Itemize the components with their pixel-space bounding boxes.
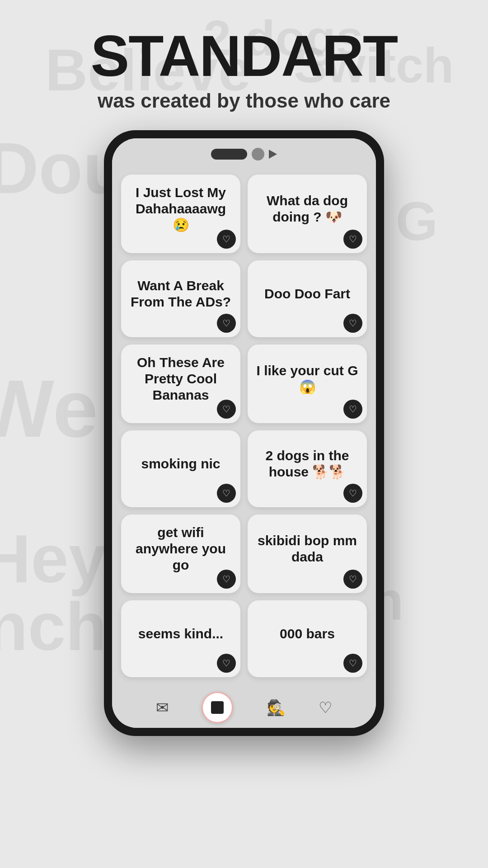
card-10: skibidi bop mm dada ♡ — [248, 514, 367, 593]
phone-mockup: I Just Lost My Dahahaaaawg 😢 ♡ What da d… — [104, 130, 384, 736]
card-12-text: 000 bars — [280, 626, 335, 642]
card-2-heart[interactable]: ♡ — [343, 230, 362, 249]
notch-pill — [211, 149, 247, 160]
card-3-heart[interactable]: ♡ — [217, 314, 236, 333]
cards-grid: I Just Lost My Dahahaaaawg 😢 ♡ What da d… — [121, 175, 367, 682]
heart-icon-1: ♡ — [222, 235, 230, 244]
card-2-text: What da dog doing ? 🐶 — [256, 193, 359, 225]
card-1-heart[interactable]: ♡ — [217, 230, 236, 249]
heart-icon-4: ♡ — [349, 319, 357, 328]
card-8-text: 2 dogs in the house 🐕🐕 — [256, 448, 359, 480]
card-1-text: I Just Lost My Dahahaaaawg 😢 — [129, 184, 232, 233]
heart-icon-2: ♡ — [349, 235, 357, 244]
card-2: What da dog doing ? 🐶 ♡ — [248, 175, 367, 253]
card-9-heart[interactable]: ♡ — [217, 570, 236, 589]
card-5-text: Oh These Are Pretty Cool Bananas — [129, 354, 232, 403]
card-6: I like your cut G 😱 ♡ — [248, 344, 367, 423]
heart-icon-11: ♡ — [222, 659, 230, 668]
card-10-text: skibidi bop mm dada — [256, 533, 359, 565]
card-3-text: Want A Break From The ADs? — [129, 278, 232, 310]
card-4-heart[interactable]: ♡ — [343, 314, 362, 333]
detective-icon[interactable]: 🕵 — [267, 698, 286, 717]
phone-bottom-nav: ✉ 🕵 ♡ — [112, 687, 376, 728]
heart-icon-9: ♡ — [222, 575, 230, 584]
card-8: 2 dogs in the house 🐕🐕 ♡ — [248, 430, 367, 507]
card-4: Doo Doo Fart ♡ — [248, 260, 367, 337]
card-6-heart[interactable]: ♡ — [343, 400, 362, 419]
heart-icon-6: ♡ — [349, 405, 357, 414]
card-6-text: I like your cut G 😱 — [256, 363, 359, 395]
page-title: STANDART — [91, 27, 397, 85]
card-5-heart[interactable]: ♡ — [217, 400, 236, 419]
card-10-heart[interactable]: ♡ — [343, 570, 362, 589]
notch-circle — [252, 148, 264, 160]
page-content: STANDART was created by those who care I… — [0, 0, 488, 736]
page-subtitle: was created by those who care — [98, 90, 390, 112]
phone-scroll-area: I Just Lost My Dahahaaaawg 😢 ♡ What da d… — [112, 170, 376, 687]
heart-nav-icon[interactable]: ♡ — [319, 698, 332, 717]
heart-icon-5: ♡ — [222, 405, 230, 414]
card-12: 000 bars ♡ — [248, 600, 367, 677]
card-7: smoking nic ♡ — [121, 430, 240, 507]
card-1: I Just Lost My Dahahaaaawg 😢 ♡ — [121, 175, 240, 253]
card-11: seems kind... ♡ — [121, 600, 240, 677]
stop-square-icon — [211, 701, 224, 714]
heart-icon-3: ♡ — [222, 319, 230, 328]
card-9-text: get wifi anywhere you go — [129, 524, 232, 573]
card-5: Oh These Are Pretty Cool Bananas ♡ — [121, 344, 240, 423]
card-3: Want A Break From The ADs? ♡ — [121, 260, 240, 337]
heart-icon-8: ♡ — [349, 489, 357, 498]
card-7-heart[interactable]: ♡ — [217, 484, 236, 503]
card-12-heart[interactable]: ♡ — [343, 654, 362, 673]
card-11-text: seems kind... — [138, 626, 223, 642]
heart-icon-10: ♡ — [349, 575, 357, 584]
card-8-heart[interactable]: ♡ — [343, 484, 362, 503]
notch-camera-area — [211, 148, 277, 160]
phone-notch — [112, 138, 376, 170]
card-9: get wifi anywhere you go ♡ — [121, 514, 240, 593]
card-4-text: Doo Doo Fart — [264, 286, 350, 302]
stop-button[interactable] — [202, 692, 233, 723]
notch-arrow — [269, 150, 277, 159]
card-11-heart[interactable]: ♡ — [217, 654, 236, 673]
card-7-text: smoking nic — [141, 456, 220, 472]
heart-icon-7: ♡ — [222, 489, 230, 498]
mail-icon[interactable]: ✉ — [156, 698, 169, 717]
heart-icon-12: ♡ — [349, 659, 357, 668]
phone-screen: I Just Lost My Dahahaaaawg 😢 ♡ What da d… — [112, 138, 376, 728]
